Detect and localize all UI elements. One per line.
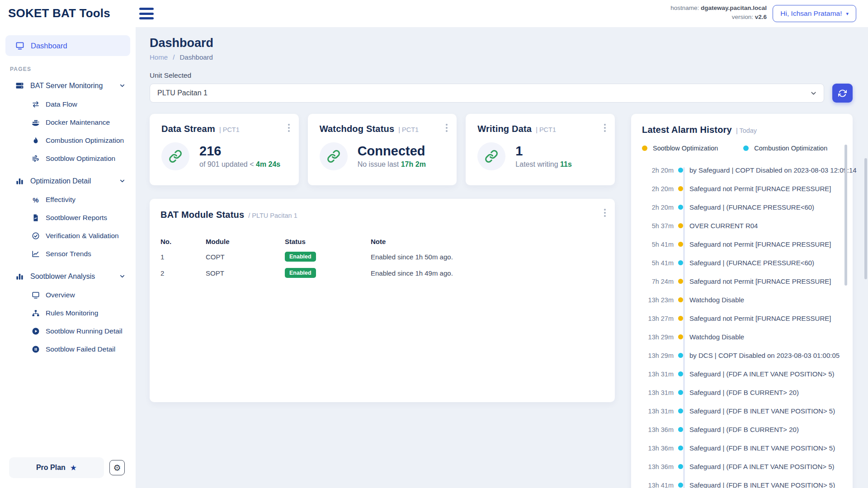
- alarm-time: 13h 31m: [642, 371, 674, 378]
- column-header: Module: [206, 238, 285, 245]
- combustion-legend-dot: [743, 145, 749, 151]
- stat-value: 216: [199, 144, 280, 159]
- sync-icon: [838, 89, 847, 98]
- alarm-item: 13h 29mWatchdog Disable: [642, 328, 844, 346]
- sidebar-item-sootblow-running-detail[interactable]: Sootblow Running Detail: [5, 322, 130, 340]
- alarm-item: 13h 31mSafeguard | (FDF B CURRENT> 20): [642, 383, 844, 402]
- line-chart-icon: [32, 250, 40, 258]
- stat-note-highlight: 4m 24s: [256, 160, 280, 168]
- data-stream-card: Data Stream | PCT1 216 of 901 updated < …: [150, 114, 299, 185]
- sidebar-item-label: Sootblow Failed Detail: [46, 345, 115, 353]
- page-title: Dashboard: [150, 36, 853, 50]
- kebab-menu-icon[interactable]: [602, 207, 608, 219]
- sidebar-item-docker-maintenance[interactable]: Docker Maintenance: [5, 113, 130, 131]
- sidebar-item-label: Verification & Validation: [46, 232, 119, 240]
- sidebar-item-sootblow-failed-detail[interactable]: Sootblow Failed Detail: [5, 340, 130, 358]
- alarm-type-dot: [678, 427, 683, 432]
- breadcrumb: Home / Dashboard: [150, 53, 853, 61]
- alarm-item: 13h 27mSafeguard not Permit [FURNACE PRE…: [642, 309, 844, 328]
- alarm-item: 2h 20mby Safeguard | COPT Disabled on 20…: [642, 161, 844, 179]
- alarm-text: Safeguard not Permit [FURNACE PRESSURE]: [689, 314, 831, 322]
- unit-select-value: PLTU Pacitan 1: [157, 89, 208, 97]
- sidebar-nav: BAT Server Monitoring Data Flow Docker M…: [5, 76, 130, 358]
- alarm-text: Safeguard | (FDF B INLET VANE POSITION> …: [689, 481, 835, 488]
- sidebar-item-sootblower-reports[interactable]: Sootblower Reports: [5, 209, 130, 227]
- pro-plan-label: Pro Plan: [36, 464, 66, 472]
- column-header: Status: [285, 238, 371, 245]
- alarm-time: 13h 31m: [642, 389, 674, 396]
- alarm-time: 2h 20m: [642, 185, 674, 192]
- alarm-time: 13h 23m: [642, 296, 674, 304]
- alarm-text: Safeguard | (FURNACE PRESSURE<60): [689, 259, 814, 267]
- watchdog-status-card: Watchdog Status | PCT1 Connected No issu…: [308, 114, 457, 185]
- monitor-icon: [32, 291, 40, 299]
- alarm-text: Safeguard | (FDF B CURRENT> 20): [689, 389, 799, 396]
- kebab-menu-icon[interactable]: [286, 122, 292, 134]
- flame-icon: [32, 136, 40, 145]
- cell-module: SOPT: [206, 269, 285, 277]
- alarm-text: Safeguard | (FURNACE PRESSURE<60): [689, 203, 814, 211]
- alarm-text: Safeguard | (FDF B INLET VANE POSITION> …: [689, 444, 835, 452]
- sidebar-item-bat-server-monitoring[interactable]: BAT Server Monitoring: [5, 76, 130, 95]
- unit-select[interactable]: PLTU Pacitan 1: [150, 84, 824, 103]
- sidebar-item-sensor-trends[interactable]: Sensor Trends: [5, 245, 130, 263]
- page-scrollbar-thumb[interactable]: [864, 158, 867, 279]
- sidebar-item-effectivity[interactable]: % Effectivity: [5, 191, 130, 209]
- latest-alarm-history-card: Latest Alarm History | Today Sootblow Op…: [631, 114, 853, 488]
- alarm-list-scrollbar[interactable]: [844, 145, 847, 286]
- wind-icon: [32, 155, 40, 163]
- card-unit: | PCT1: [219, 126, 240, 133]
- cell-no: 1: [160, 253, 206, 261]
- alarm-text: Watchdog Disable: [689, 296, 744, 304]
- sidebar-item-label: Sootblower Analysis: [30, 272, 113, 281]
- alarm-type-dot: [678, 242, 683, 247]
- alarm-type-dot: [678, 168, 683, 173]
- sidebar-item-sootblow-optimization[interactable]: Sootblow Optimization: [5, 150, 130, 168]
- card-title: BAT Module Status: [160, 210, 244, 220]
- sidebar-item-overview[interactable]: Overview: [5, 286, 130, 304]
- alarm-text: by Safeguard | COPT Disabled on 2023-08-…: [689, 166, 857, 174]
- pro-plan-button[interactable]: Pro Plan ★: [9, 457, 104, 478]
- sidebar-item-dashboard[interactable]: Dashboard: [5, 35, 130, 56]
- page-scrollbar[interactable]: [863, 27, 868, 488]
- sidebar-item-combustion-optimization[interactable]: Combustion Optimization: [5, 131, 130, 150]
- hamburger-menu-icon[interactable]: [139, 8, 154, 19]
- alarm-text: Watchdog Disable: [689, 333, 744, 341]
- sidebar-item-label: Combustion Optimization: [46, 136, 124, 145]
- bat-module-status-card: BAT Module Status / PLTU Pacitan 1 No. M…: [150, 199, 615, 402]
- cell-no: 2: [160, 269, 206, 277]
- status-badge: Enabled: [285, 252, 316, 262]
- sidebar-item-optimization-detail[interactable]: Optimization Detail: [5, 171, 130, 191]
- bar-chart-icon: [15, 177, 24, 185]
- alarm-type-dot: [678, 446, 683, 450]
- version-label: version:: [732, 14, 753, 20]
- cell-note: Enabled since 1h 49m ago.: [371, 269, 604, 277]
- user-menu-button[interactable]: Hi, Ichsan Pratama! ▾: [773, 5, 856, 22]
- hostname-label: hostname:: [670, 5, 699, 11]
- alarm-text: OVER CURRENT R04: [689, 222, 758, 230]
- sidebar-item-sootblower-analysis[interactable]: Sootblower Analysis: [5, 267, 130, 286]
- alarm-item: 13h 29mby DCS | COPT Disabled on 2023-08…: [642, 346, 844, 365]
- alarm-text: Safeguard not Permit [FURNACE PRESSURE]: [689, 185, 831, 192]
- sidebar-item-label: Docker Maintenance: [46, 118, 110, 127]
- main-content: Dashboard Home / Dashboard Unit Selected…: [136, 27, 868, 488]
- sidebar-item-data-flow[interactable]: Data Flow: [5, 95, 130, 113]
- sidebar-item-rules-monitoring[interactable]: Rules Monitoring: [5, 304, 130, 322]
- alarm-type-dot: [678, 371, 683, 376]
- sidebar-item-label: Dashboard: [31, 42, 67, 50]
- exchange-arrows-icon: [32, 100, 40, 108]
- settings-button[interactable]: ⚙: [109, 460, 125, 475]
- alarm-item: 5h 41mSafeguard | (FURNACE PRESSURE<60): [642, 253, 844, 272]
- sitemap-icon: [32, 309, 40, 317]
- kebab-menu-icon[interactable]: [602, 122, 608, 134]
- column-header: Note: [371, 238, 604, 245]
- alarm-time: 13h 36m: [642, 445, 674, 452]
- sidebar-item-verification-validation[interactable]: Verification & Validation: [5, 227, 130, 245]
- alarm-time: 2h 20m: [642, 167, 674, 174]
- refresh-button[interactable]: [832, 84, 853, 103]
- kebab-menu-icon[interactable]: [444, 122, 449, 134]
- table-row: 1 COPT Enabled Enabled since 1h 50m ago.: [160, 249, 604, 265]
- breadcrumb-home-link[interactable]: Home: [150, 53, 168, 61]
- caret-down-icon: ▾: [846, 11, 849, 17]
- alarm-time: 13h 36m: [642, 426, 674, 433]
